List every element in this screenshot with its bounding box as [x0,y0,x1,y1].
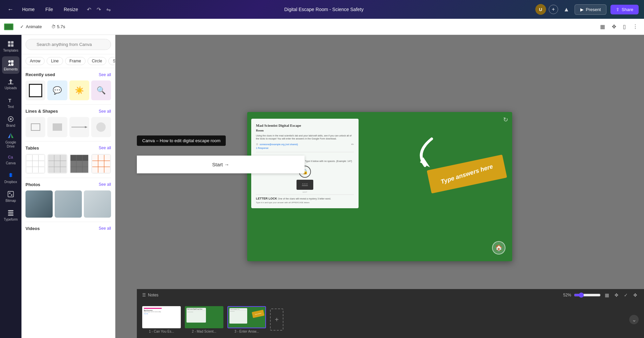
recently-used-item[interactable]: 💬 [47,80,67,100]
table-item-1[interactable] [25,154,45,174]
slide-label-3: 3 - Enter Answ... [234,330,259,333]
svg-rect-17 [8,191,14,197]
share-button[interactable]: ⇧ Share [610,5,639,14]
table-item-3[interactable] [69,154,89,174]
check-button[interactable]: ✓ [623,292,629,298]
grid-view-button[interactable]: ▦ [603,292,610,298]
photos-title: Photos [25,182,40,187]
table-item-4[interactable] [91,154,111,174]
svg-marker-24 [85,126,88,128]
lines-shapes-item-circle[interactable] [91,117,111,137]
lines-shapes-item-arrow-line[interactable] [69,117,89,137]
slide-thumb-container-3: 3 DIGIT NUMBER LOCK Enter the code Type … [227,306,266,333]
present-label: Present [586,7,601,12]
forward-button[interactable]: ⇋ [104,4,113,15]
filter-arrow[interactable]: Arrow [25,57,45,65]
filter-circle[interactable]: Circle [88,57,107,65]
recently-used-see-all[interactable]: See all [99,72,111,77]
photo-item-2[interactable] [55,190,82,218]
answer-banner-text: Type answers here [440,163,494,185]
lines-shapes-see-all[interactable]: See all [99,109,111,114]
document-title: Digital Escape Room - Science Safety [284,7,364,12]
position-button[interactable]: ▦ [598,22,607,31]
filmstrip-chevron[interactable]: ⌄ [629,315,639,324]
sidebar-item-templates[interactable]: Templates [2,38,19,55]
tooltip-text: Canva – How to edit digital escape room [142,138,220,143]
lines-shapes-grid [25,117,111,137]
slide-description: Using the clues in the mad scientist's l… [256,134,354,141]
svg-text:Ca: Ca [8,155,13,159]
sidebar-item-bitmap[interactable]: Bitmap [2,188,19,205]
slide-responses: 1 Response [256,147,354,149]
add-slide-button[interactable]: + [270,308,283,331]
stats-button[interactable]: ▲ [562,5,571,14]
search-input[interactable] [25,39,111,50]
lock-edit-label: EDIT [256,191,354,193]
slide-canvas[interactable]: Mad Scientist Digital Escape Room Using … [247,112,512,261]
start-button[interactable]: Start → [212,162,229,167]
animate-button[interactable]: ✓ Animate [17,23,45,31]
avatar-area: U + [535,4,558,15]
photo-item-1[interactable] [25,190,53,218]
sidebar-item-dropbox[interactable]: Dropbox [2,169,19,186]
sidebar-typeform-label: Typeform [4,218,18,222]
duration-label: 5.7s [57,24,65,29]
present-button[interactable]: ▶ Present [575,4,606,15]
slide-thumb-1[interactable]: Mad Scientist Digital escape room for sc… [142,306,181,328]
sidebar-item-typeform[interactable]: Typeform [2,207,19,224]
videos-see-all[interactable]: See all [99,226,111,231]
add-user-button[interactable]: + [549,5,558,14]
lines-shapes-item-rect[interactable] [25,117,45,137]
svg-marker-11 [8,133,11,138]
share-label: Share [622,7,633,12]
lines-shapes-item-rect2[interactable] [47,117,67,137]
filter-frame[interactable]: Frame [65,57,86,65]
more-options-button[interactable]: ⋮ [631,22,640,31]
keyboard-icon [297,180,313,190]
back-button[interactable]: ← [5,4,15,15]
canvas-area: Mad Scientist Digital Escape Room Using … [115,35,644,338]
sidebar-item-text[interactable]: T Text [2,94,19,111]
zoom-area: 52% ▦ ✥ ✓ ✥ [563,292,639,298]
sidebar-elements-label: Elements [4,67,18,71]
slide-thumb-3[interactable]: 3 DIGIT NUMBER LOCK Enter the code Type … [227,306,266,328]
filter-square[interactable]: Square [108,57,115,65]
photo-item-3[interactable] [84,190,111,218]
slide-thumb-2[interactable]: Mad Scientist Digital Escape Room Clues … [185,306,223,328]
recently-used-item[interactable]: ☀️ [69,80,89,100]
resize-handle-button[interactable]: ✥ [610,22,618,31]
home-nav-button[interactable]: Home [18,5,39,14]
copy-button[interactable]: ▯ [621,22,628,31]
sidebar-item-uploads[interactable]: Uploads [2,75,19,93]
expand-button[interactable]: ✥ [632,292,639,298]
undo-button[interactable]: ↶ [85,4,93,15]
svg-rect-18 [9,192,10,194]
photos-see-all[interactable]: See all [99,182,111,187]
sidebar-item-elements[interactable]: Elements [2,56,19,74]
redo-button[interactable]: ↷ [95,4,103,15]
tables-see-all[interactable]: See all [99,146,111,150]
fit-screen-button[interactable]: ✥ [613,292,620,298]
topbar-right: U + ▲ ▶ Present ⇧ Share [535,4,639,15]
sidebar-item-canva[interactable]: Ca Canva [2,150,19,168]
zoom-slider[interactable] [574,292,601,298]
sidebar-text-label: Text [8,105,14,109]
home-circle-button[interactable]: 🏠 [492,241,505,255]
recently-used-item[interactable]: 🔍 [91,80,111,100]
sidebar-canva-label: Canva [6,161,16,165]
svg-rect-2 [8,44,10,46]
svg-rect-21 [8,210,14,211]
duration-button[interactable]: ⏱ 5.7s [49,23,68,31]
notes-button[interactable]: ☰ Notes [142,293,158,297]
sidebar-bitmap-label: Bitmap [5,199,16,203]
resize-nav-button[interactable]: Resize [60,5,82,14]
file-nav-button[interactable]: File [41,5,57,14]
clock-icon: ⏱ [51,24,56,29]
filter-line[interactable]: Line [47,57,63,65]
recently-used-item[interactable] [25,80,45,100]
sidebar-item-brand[interactable]: Brand [2,113,19,130]
table-item-2[interactable] [47,154,67,174]
videos-header: Videos See all [25,226,111,231]
sidebar-item-google-drive[interactable]: Google Drive [2,131,19,149]
canvas-refresh-button[interactable]: ↻ [503,116,508,123]
